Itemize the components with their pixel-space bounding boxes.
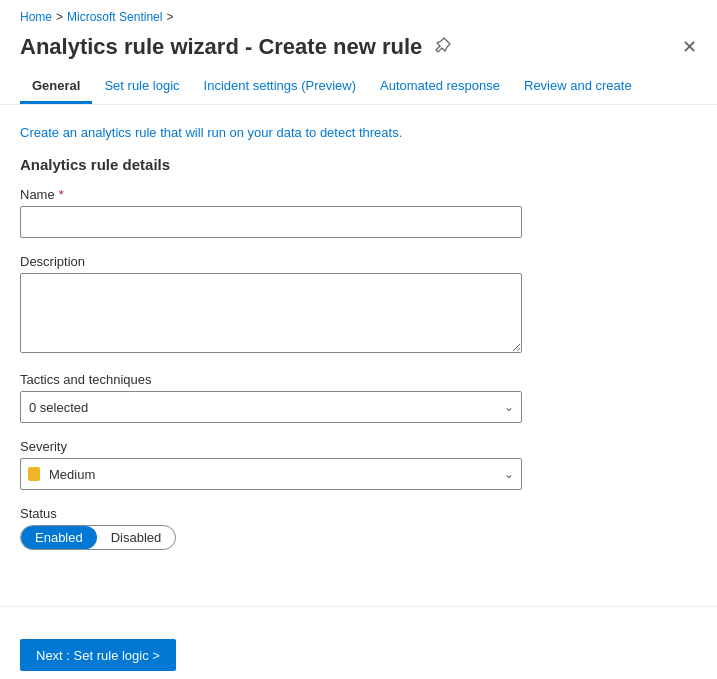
description-field-group: Description — [20, 254, 697, 356]
tactics-label: Tactics and techniques — [20, 372, 697, 387]
tab-automated-response[interactable]: Automated response — [368, 70, 512, 104]
pin-icon[interactable] — [434, 36, 452, 59]
status-field-group: Status Enabled Disabled — [20, 506, 697, 550]
severity-select-wrapper: High Medium Low Informational ⌄ — [20, 458, 522, 490]
description-input[interactable] — [20, 273, 522, 353]
severity-label: Severity — [20, 439, 697, 454]
close-icon[interactable]: ✕ — [682, 38, 697, 56]
severity-field-group: Severity High Medium Low Informational ⌄ — [20, 439, 697, 490]
name-field-group: Name * — [20, 187, 697, 238]
breadcrumb-home[interactable]: Home — [20, 10, 52, 24]
tab-review-and-create[interactable]: Review and create — [512, 70, 644, 104]
title-left: Analytics rule wizard - Create new rule — [20, 34, 452, 60]
page-title: Analytics rule wizard - Create new rule — [20, 34, 422, 60]
section-title: Analytics rule details — [20, 156, 697, 173]
breadcrumb-sep2: > — [166, 10, 173, 24]
page-container: Home > Microsoft Sentinel > Analytics ru… — [0, 0, 717, 679]
status-enabled-button[interactable]: Enabled — [21, 526, 97, 549]
severity-select[interactable]: High Medium Low Informational — [20, 458, 522, 490]
title-bar: Analytics rule wizard - Create new rule … — [0, 30, 717, 70]
tabs: General Set rule logic Incident settings… — [0, 70, 717, 105]
status-label: Status — [20, 506, 697, 521]
description-label: Description — [20, 254, 697, 269]
breadcrumb: Home > Microsoft Sentinel > — [0, 0, 717, 30]
tab-general[interactable]: General — [20, 70, 92, 104]
name-required-star: * — [59, 187, 64, 202]
footer-divider — [0, 606, 717, 607]
status-toggle-group: Enabled Disabled — [20, 525, 176, 550]
next-button[interactable]: Next : Set rule logic > — [20, 639, 176, 671]
breadcrumb-sep1: > — [56, 10, 63, 24]
tab-set-rule-logic[interactable]: Set rule logic — [92, 70, 191, 104]
status-disabled-button[interactable]: Disabled — [97, 526, 176, 549]
tactics-select-wrapper: 0 selected ⌄ — [20, 391, 522, 423]
tab-incident-settings[interactable]: Incident settings (Preview) — [192, 70, 368, 104]
tactics-select[interactable]: 0 selected — [20, 391, 522, 423]
name-input[interactable] — [20, 206, 522, 238]
content-area: Create an analytics rule that will run o… — [0, 105, 717, 586]
footer: Next : Set rule logic > — [0, 623, 717, 679]
breadcrumb-sentinel[interactable]: Microsoft Sentinel — [67, 10, 162, 24]
tactics-field-group: Tactics and techniques 0 selected ⌄ — [20, 372, 697, 423]
name-label: Name * — [20, 187, 697, 202]
info-text: Create an analytics rule that will run o… — [20, 125, 697, 140]
